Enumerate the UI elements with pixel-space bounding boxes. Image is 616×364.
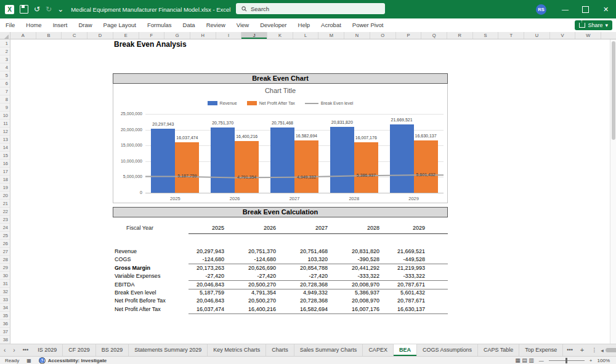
macro-record-icon[interactable]: ▦ xyxy=(26,358,31,363)
row-header-27[interactable]: 27 xyxy=(0,248,10,256)
vertical-scrollbar-thumb[interactable] xyxy=(612,41,615,140)
add-sheet-button[interactable]: + xyxy=(577,344,588,356)
table-cell[interactable]: 20,297,943 xyxy=(184,248,224,254)
column-header-C[interactable]: C xyxy=(62,32,87,39)
row-header-37[interactable]: 37 xyxy=(0,328,10,336)
vertical-scrollbar[interactable] xyxy=(610,39,616,344)
ribbon-tab-developer[interactable]: Developer xyxy=(254,18,292,32)
ribbon-tab-data[interactable]: Data xyxy=(177,18,201,32)
sheet-tab-caps-table[interactable]: CAPS Table xyxy=(478,344,519,356)
ribbon-tab-view[interactable]: View xyxy=(231,18,254,32)
ribbon-tab-file[interactable]: File xyxy=(0,18,20,32)
row-header-11[interactable]: 11 xyxy=(0,119,10,127)
share-button[interactable]: Share ▾ xyxy=(575,20,612,30)
table-cell[interactable]: 16,400,216 xyxy=(235,306,276,312)
select-all-corner[interactable] xyxy=(0,32,10,39)
ribbon-tab-draw[interactable]: Draw xyxy=(73,18,97,32)
table-cell[interactable]: 16,007,176 xyxy=(339,306,379,312)
table-cell[interactable]: 16,037,474 xyxy=(184,306,224,312)
sheet-tab-bea[interactable]: BEA xyxy=(394,344,417,356)
table-cell[interactable]: -333,322 xyxy=(384,273,425,279)
row-header-31[interactable]: 31 xyxy=(0,280,10,288)
column-header-N[interactable]: N xyxy=(344,32,370,39)
ribbon-tab-home[interactable]: Home xyxy=(20,18,47,32)
sheet-tab-capex[interactable]: CAPEX xyxy=(363,344,394,356)
sheet-tab-is-2029[interactable]: IS 2029 xyxy=(32,344,63,356)
restore-button[interactable] xyxy=(575,0,596,18)
table-cell[interactable]: -27,420 xyxy=(287,273,328,279)
hscroll-thumb[interactable] xyxy=(606,348,616,352)
sheet-tab-bs-2029[interactable]: BS 2029 xyxy=(96,344,129,356)
row-header-18[interactable]: 18 xyxy=(0,176,10,184)
column-header-H[interactable]: H xyxy=(190,32,216,39)
table-cell[interactable]: -27,420 xyxy=(184,273,224,279)
table-cell[interactable]: 20,854,788 xyxy=(287,265,328,271)
row-header-19[interactable]: 19 xyxy=(0,184,10,192)
table-cell[interactable]: 20,173,263 xyxy=(184,265,224,271)
table-cell[interactable]: 20,751,468 xyxy=(287,248,328,254)
row-header-36[interactable]: 36 xyxy=(0,320,10,328)
row-header-34[interactable]: 34 xyxy=(0,304,10,312)
accessibility-status[interactable]: Accessibility: Investigate xyxy=(48,358,107,363)
row-header-20[interactable]: 20 xyxy=(0,192,10,200)
horizontal-scrollbar[interactable]: ◂▸ xyxy=(601,344,616,356)
row-header-32[interactable]: 32 xyxy=(0,288,10,296)
ribbon-tab-insert[interactable]: Insert xyxy=(47,18,73,32)
table-cell[interactable]: 20,500,270 xyxy=(235,281,276,288)
table-cell[interactable]: 20,046,843 xyxy=(184,297,224,304)
table-cell[interactable]: 20,008,970 xyxy=(339,297,379,304)
row-header-33[interactable]: 33 xyxy=(0,296,10,304)
row-header-12[interactable]: 12 xyxy=(0,127,10,135)
table-cell[interactable]: 5,601,432 xyxy=(384,289,425,296)
row-header-25[interactable]: 25 xyxy=(0,232,10,240)
column-header-J[interactable]: J xyxy=(241,32,267,39)
ribbon-tab-review[interactable]: Review xyxy=(201,18,231,32)
sheet-overflow-left-icon[interactable]: ••• xyxy=(19,344,32,356)
column-header-Q[interactable]: Q xyxy=(421,32,447,39)
sheet-menu-icon[interactable]: ⋮ xyxy=(588,344,601,356)
column-header-F[interactable]: F xyxy=(139,32,165,39)
row-header-22[interactable]: 22 xyxy=(0,208,10,216)
sheet-tab-cogs-assumptions[interactable]: COGS Assumptions xyxy=(417,344,478,356)
zoom-out-button[interactable]: — xyxy=(539,358,544,363)
zoom-level[interactable]: 100% xyxy=(598,358,610,363)
row-header-7[interactable]: 7 xyxy=(0,87,10,95)
table-cell[interactable]: 16,582,694 xyxy=(287,306,328,312)
table-cell[interactable]: 20,626,690 xyxy=(235,265,276,271)
column-header-W[interactable]: W xyxy=(575,32,601,39)
search-input[interactable]: Search xyxy=(236,3,385,14)
next-sheet-icon[interactable]: › xyxy=(9,344,18,356)
sheet-tab-statements-summary-2029[interactable]: Statements Summary 2029 xyxy=(129,344,208,356)
sheet-tab-key-metrics-charts[interactable]: Key Metrics Charts xyxy=(208,344,266,356)
column-header-B[interactable]: B xyxy=(36,32,62,39)
column-header-T[interactable]: T xyxy=(498,32,524,39)
row-header-4[interactable]: 4 xyxy=(0,63,10,71)
ribbon-tab-formulas[interactable]: Formulas xyxy=(142,18,177,32)
column-header-U[interactable]: U xyxy=(524,32,550,39)
table-cell[interactable]: 5,187,759 xyxy=(184,289,224,296)
column-header-E[interactable]: E xyxy=(113,32,139,39)
column-header-O[interactable]: O xyxy=(370,32,396,39)
table-cell[interactable]: 4,949,332 xyxy=(287,289,328,296)
row-header-8[interactable]: 8 xyxy=(0,95,10,103)
close-button[interactable]: ✕ xyxy=(596,0,616,18)
column-header-V[interactable]: V xyxy=(550,32,576,39)
table-cell[interactable]: 21,219,993 xyxy=(384,265,425,271)
column-header-S[interactable]: S xyxy=(473,32,499,39)
table-cell[interactable]: 20,831,820 xyxy=(339,248,379,254)
zoom-in-button[interactable]: + xyxy=(590,358,593,363)
table-cell[interactable]: 20,787,671 xyxy=(384,281,425,288)
column-header-G[interactable]: G xyxy=(164,32,190,39)
column-header-L[interactable]: L xyxy=(293,32,319,39)
row-header-2[interactable]: 2 xyxy=(0,47,10,55)
row-header-35[interactable]: 35 xyxy=(0,312,10,320)
table-cell[interactable]: -449,528 xyxy=(384,256,425,262)
user-avatar[interactable]: RS xyxy=(536,4,546,15)
table-cell[interactable]: 16,630,137 xyxy=(384,306,425,312)
column-header-A[interactable]: A xyxy=(10,32,36,39)
row-header-30[interactable]: 30 xyxy=(0,272,10,280)
sheet-tab-top-expense[interactable]: Top Expense xyxy=(519,344,563,356)
table-cell[interactable]: 20,728,368 xyxy=(287,297,328,304)
table-cell[interactable]: -124,680 xyxy=(184,256,224,262)
row-header-13[interactable]: 13 xyxy=(0,135,10,144)
